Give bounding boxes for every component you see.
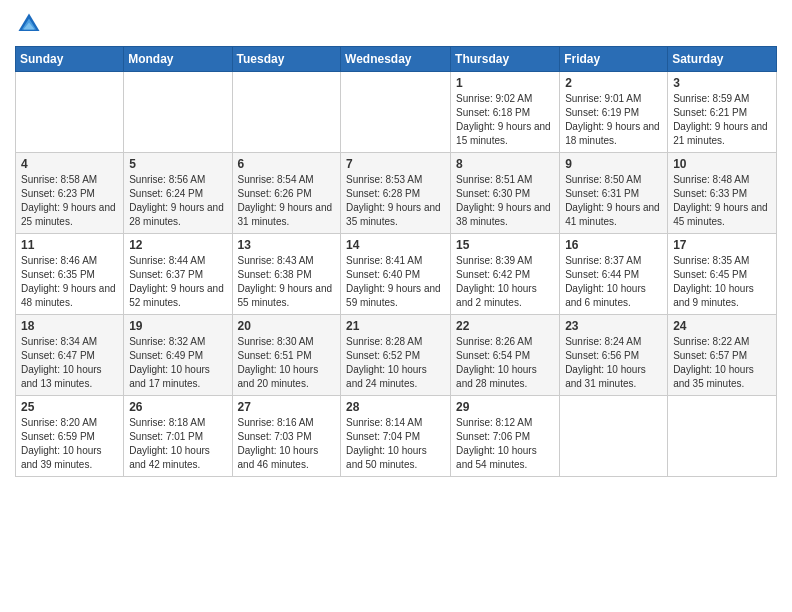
day-number: 5 bbox=[129, 157, 226, 171]
calendar-cell: 17Sunrise: 8:35 AMSunset: 6:45 PMDayligh… bbox=[668, 234, 777, 315]
day-info: Sunrise: 8:20 AMSunset: 6:59 PMDaylight:… bbox=[21, 416, 118, 472]
weekday-header-saturday: Saturday bbox=[668, 47, 777, 72]
calendar-cell: 15Sunrise: 8:39 AMSunset: 6:42 PMDayligh… bbox=[451, 234, 560, 315]
day-info: Sunrise: 8:37 AMSunset: 6:44 PMDaylight:… bbox=[565, 254, 662, 310]
day-info: Sunrise: 8:12 AMSunset: 7:06 PMDaylight:… bbox=[456, 416, 554, 472]
day-number: 6 bbox=[238, 157, 336, 171]
day-info: Sunrise: 8:58 AMSunset: 6:23 PMDaylight:… bbox=[21, 173, 118, 229]
weekday-header-tuesday: Tuesday bbox=[232, 47, 341, 72]
day-number: 2 bbox=[565, 76, 662, 90]
calendar-cell: 28Sunrise: 8:14 AMSunset: 7:04 PMDayligh… bbox=[341, 396, 451, 477]
calendar-cell: 21Sunrise: 8:28 AMSunset: 6:52 PMDayligh… bbox=[341, 315, 451, 396]
logo bbox=[15, 10, 47, 38]
calendar-cell: 27Sunrise: 8:16 AMSunset: 7:03 PMDayligh… bbox=[232, 396, 341, 477]
day-info: Sunrise: 8:34 AMSunset: 6:47 PMDaylight:… bbox=[21, 335, 118, 391]
day-number: 9 bbox=[565, 157, 662, 171]
calendar-cell bbox=[232, 72, 341, 153]
day-info: Sunrise: 8:54 AMSunset: 6:26 PMDaylight:… bbox=[238, 173, 336, 229]
week-row-3: 11Sunrise: 8:46 AMSunset: 6:35 PMDayligh… bbox=[16, 234, 777, 315]
weekday-header-friday: Friday bbox=[560, 47, 668, 72]
calendar-cell: 6Sunrise: 8:54 AMSunset: 6:26 PMDaylight… bbox=[232, 153, 341, 234]
day-info: Sunrise: 8:26 AMSunset: 6:54 PMDaylight:… bbox=[456, 335, 554, 391]
day-info: Sunrise: 8:35 AMSunset: 6:45 PMDaylight:… bbox=[673, 254, 771, 310]
day-number: 27 bbox=[238, 400, 336, 414]
day-number: 23 bbox=[565, 319, 662, 333]
day-info: Sunrise: 8:51 AMSunset: 6:30 PMDaylight:… bbox=[456, 173, 554, 229]
day-number: 15 bbox=[456, 238, 554, 252]
day-number: 17 bbox=[673, 238, 771, 252]
calendar-cell bbox=[124, 72, 232, 153]
day-number: 12 bbox=[129, 238, 226, 252]
calendar-cell bbox=[560, 396, 668, 477]
day-number: 13 bbox=[238, 238, 336, 252]
weekday-header-thursday: Thursday bbox=[451, 47, 560, 72]
calendar-cell: 13Sunrise: 8:43 AMSunset: 6:38 PMDayligh… bbox=[232, 234, 341, 315]
day-info: Sunrise: 8:59 AMSunset: 6:21 PMDaylight:… bbox=[673, 92, 771, 148]
week-row-4: 18Sunrise: 8:34 AMSunset: 6:47 PMDayligh… bbox=[16, 315, 777, 396]
calendar-cell: 20Sunrise: 8:30 AMSunset: 6:51 PMDayligh… bbox=[232, 315, 341, 396]
calendar-cell: 1Sunrise: 9:02 AMSunset: 6:18 PMDaylight… bbox=[451, 72, 560, 153]
calendar-cell: 7Sunrise: 8:53 AMSunset: 6:28 PMDaylight… bbox=[341, 153, 451, 234]
day-number: 21 bbox=[346, 319, 445, 333]
weekday-header-row: SundayMondayTuesdayWednesdayThursdayFrid… bbox=[16, 47, 777, 72]
header bbox=[15, 10, 777, 38]
day-info: Sunrise: 8:41 AMSunset: 6:40 PMDaylight:… bbox=[346, 254, 445, 310]
day-info: Sunrise: 8:39 AMSunset: 6:42 PMDaylight:… bbox=[456, 254, 554, 310]
calendar-cell: 11Sunrise: 8:46 AMSunset: 6:35 PMDayligh… bbox=[16, 234, 124, 315]
day-number: 1 bbox=[456, 76, 554, 90]
day-info: Sunrise: 8:14 AMSunset: 7:04 PMDaylight:… bbox=[346, 416, 445, 472]
day-info: Sunrise: 8:24 AMSunset: 6:56 PMDaylight:… bbox=[565, 335, 662, 391]
calendar-cell: 24Sunrise: 8:22 AMSunset: 6:57 PMDayligh… bbox=[668, 315, 777, 396]
calendar-cell: 25Sunrise: 8:20 AMSunset: 6:59 PMDayligh… bbox=[16, 396, 124, 477]
week-row-1: 1Sunrise: 9:02 AMSunset: 6:18 PMDaylight… bbox=[16, 72, 777, 153]
day-number: 8 bbox=[456, 157, 554, 171]
day-info: Sunrise: 8:30 AMSunset: 6:51 PMDaylight:… bbox=[238, 335, 336, 391]
day-number: 3 bbox=[673, 76, 771, 90]
day-info: Sunrise: 8:53 AMSunset: 6:28 PMDaylight:… bbox=[346, 173, 445, 229]
weekday-header-sunday: Sunday bbox=[16, 47, 124, 72]
calendar-cell: 2Sunrise: 9:01 AMSunset: 6:19 PMDaylight… bbox=[560, 72, 668, 153]
day-number: 22 bbox=[456, 319, 554, 333]
calendar-cell: 23Sunrise: 8:24 AMSunset: 6:56 PMDayligh… bbox=[560, 315, 668, 396]
calendar-cell: 18Sunrise: 8:34 AMSunset: 6:47 PMDayligh… bbox=[16, 315, 124, 396]
calendar-cell: 10Sunrise: 8:48 AMSunset: 6:33 PMDayligh… bbox=[668, 153, 777, 234]
day-number: 4 bbox=[21, 157, 118, 171]
week-row-5: 25Sunrise: 8:20 AMSunset: 6:59 PMDayligh… bbox=[16, 396, 777, 477]
day-number: 29 bbox=[456, 400, 554, 414]
weekday-header-wednesday: Wednesday bbox=[341, 47, 451, 72]
day-info: Sunrise: 8:16 AMSunset: 7:03 PMDaylight:… bbox=[238, 416, 336, 472]
day-number: 10 bbox=[673, 157, 771, 171]
logo-icon bbox=[15, 10, 43, 38]
day-info: Sunrise: 8:44 AMSunset: 6:37 PMDaylight:… bbox=[129, 254, 226, 310]
day-number: 18 bbox=[21, 319, 118, 333]
calendar-cell: 12Sunrise: 8:44 AMSunset: 6:37 PMDayligh… bbox=[124, 234, 232, 315]
calendar-cell: 22Sunrise: 8:26 AMSunset: 6:54 PMDayligh… bbox=[451, 315, 560, 396]
day-info: Sunrise: 8:56 AMSunset: 6:24 PMDaylight:… bbox=[129, 173, 226, 229]
day-info: Sunrise: 8:18 AMSunset: 7:01 PMDaylight:… bbox=[129, 416, 226, 472]
day-number: 20 bbox=[238, 319, 336, 333]
day-info: Sunrise: 8:43 AMSunset: 6:38 PMDaylight:… bbox=[238, 254, 336, 310]
calendar-cell: 16Sunrise: 8:37 AMSunset: 6:44 PMDayligh… bbox=[560, 234, 668, 315]
day-number: 19 bbox=[129, 319, 226, 333]
calendar-cell: 8Sunrise: 8:51 AMSunset: 6:30 PMDaylight… bbox=[451, 153, 560, 234]
day-number: 28 bbox=[346, 400, 445, 414]
day-number: 11 bbox=[21, 238, 118, 252]
day-info: Sunrise: 9:01 AMSunset: 6:19 PMDaylight:… bbox=[565, 92, 662, 148]
day-info: Sunrise: 8:28 AMSunset: 6:52 PMDaylight:… bbox=[346, 335, 445, 391]
calendar-cell bbox=[668, 396, 777, 477]
calendar-cell bbox=[16, 72, 124, 153]
calendar-cell: 9Sunrise: 8:50 AMSunset: 6:31 PMDaylight… bbox=[560, 153, 668, 234]
day-info: Sunrise: 8:22 AMSunset: 6:57 PMDaylight:… bbox=[673, 335, 771, 391]
calendar-cell: 3Sunrise: 8:59 AMSunset: 6:21 PMDaylight… bbox=[668, 72, 777, 153]
day-info: Sunrise: 8:50 AMSunset: 6:31 PMDaylight:… bbox=[565, 173, 662, 229]
page: SundayMondayTuesdayWednesdayThursdayFrid… bbox=[0, 0, 792, 612]
day-info: Sunrise: 8:48 AMSunset: 6:33 PMDaylight:… bbox=[673, 173, 771, 229]
day-number: 25 bbox=[21, 400, 118, 414]
day-number: 14 bbox=[346, 238, 445, 252]
calendar-cell: 29Sunrise: 8:12 AMSunset: 7:06 PMDayligh… bbox=[451, 396, 560, 477]
calendar-cell: 14Sunrise: 8:41 AMSunset: 6:40 PMDayligh… bbox=[341, 234, 451, 315]
calendar-cell: 19Sunrise: 8:32 AMSunset: 6:49 PMDayligh… bbox=[124, 315, 232, 396]
calendar-cell bbox=[341, 72, 451, 153]
weekday-header-monday: Monday bbox=[124, 47, 232, 72]
day-number: 16 bbox=[565, 238, 662, 252]
